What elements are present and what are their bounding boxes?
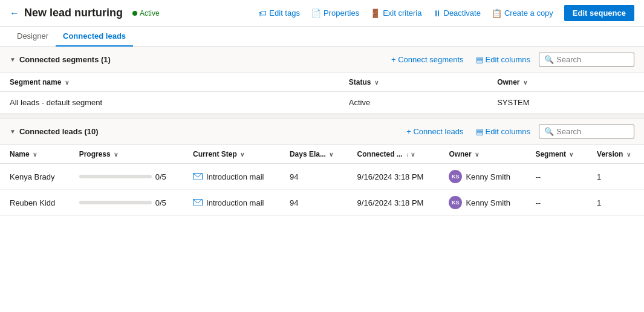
progress-bar-bg (79, 201, 152, 204)
sort-icon: ∨ (626, 151, 631, 158)
col-lead-owner: Owner ∨ (439, 145, 525, 164)
lead-connected-cell: 9/16/2024 3:18 PM (348, 164, 440, 190)
lead-name-cell: Kenya Brady (0, 164, 70, 190)
segments-search-box[interactable]: 🔍 (539, 53, 634, 67)
lead-owner-cell: KS Kenny Smith (439, 164, 525, 190)
progress-label: 0/5 (155, 198, 166, 207)
col-owner: Owner ∨ (487, 73, 644, 92)
lead-step-cell: Introduction mail (183, 164, 280, 190)
progress-container: 0/5 (79, 198, 174, 207)
leads-search-input[interactable] (556, 127, 629, 136)
connect-leads-label: + Connect leads (406, 127, 463, 136)
connect-leads-button[interactable]: + Connect leads (403, 125, 467, 138)
search-icon: 🔍 (544, 127, 554, 136)
edit-sequence-button[interactable]: Edit sequence (564, 5, 634, 21)
leads-table-header-row: Name ∨ Progress ∨ Current Step ∨ Days El… (0, 145, 644, 164)
owner-cell: KS Kenny Smith (449, 196, 516, 209)
tab-designer[interactable]: Designer (10, 27, 56, 47)
deactivate-icon: ⏸ (433, 8, 441, 18)
leads-section-header: ▼ Connected leads (10) + Connect leads ▤… (0, 119, 644, 145)
mail-icon (193, 173, 203, 180)
step-cell: Introduction mail (193, 198, 270, 207)
main-content: ▼ Connected segments (1) + Connect segme… (0, 47, 644, 310)
col-status: Status ∨ (339, 73, 487, 92)
edit-columns-leads-label: Edit columns (486, 127, 530, 136)
properties-icon: 📄 (311, 8, 321, 18)
col-segment: Segment ∨ (525, 145, 587, 164)
leads-section: ▼ Connected leads (10) + Connect leads ▤… (0, 119, 644, 216)
sort-icon: ∨ (523, 79, 527, 86)
leads-table: Name ∨ Progress ∨ Current Step ∨ Days El… (0, 145, 644, 216)
leads-search-box[interactable]: 🔍 (539, 125, 634, 138)
lead-segment-cell: -- (525, 190, 587, 216)
segments-search-input[interactable] (556, 55, 629, 64)
col-current-step: Current Step ∨ (183, 145, 280, 164)
chevron-down-icon: ▼ (10, 128, 16, 135)
avatar: KS (449, 170, 462, 183)
connect-segments-label: + Connect segments (391, 55, 464, 64)
tab-connected-leads[interactable]: Connected leads (56, 27, 133, 47)
table-row: All leads - default segment Active SYSTE… (0, 92, 644, 114)
segment-owner-cell: SYSTEM (487, 92, 644, 114)
segments-section: ▼ Connected segments (1) + Connect segme… (0, 47, 644, 114)
deactivate-button[interactable]: ⏸ Deactivate (428, 6, 486, 21)
edit-columns-icon: ▤ (476, 55, 483, 64)
step-cell: Introduction mail (193, 172, 270, 181)
status-label: Active (140, 9, 160, 18)
col-days-elapsed: Days Ela... ∨ (280, 145, 348, 164)
segments-actions: + Connect segments ▤ Edit columns 🔍 (388, 53, 634, 67)
sort-icon: ↓ ∨ (406, 151, 415, 158)
exit-criteria-button[interactable]: 🚪 Exit criteria (365, 6, 426, 21)
back-button[interactable]: ← (10, 8, 19, 19)
leads-section-title: ▼ Connected leads (10) (10, 127, 99, 136)
properties-label: Properties (324, 8, 359, 18)
deactivate-label: Deactivate (444, 8, 481, 18)
sort-icon: ∨ (569, 151, 573, 158)
mail-icon (193, 199, 203, 206)
sort-icon: ∨ (33, 151, 37, 158)
edit-columns-leads-button[interactable]: ▤ Edit columns (472, 125, 534, 138)
col-segment-name: Segment name ∨ (0, 73, 339, 92)
segment-name-cell: All leads - default segment (0, 92, 339, 114)
edit-tags-label: Edit tags (269, 8, 300, 18)
tabs: Designer Connected leads (0, 27, 644, 47)
sort-icon: ∨ (65, 79, 69, 86)
segments-table: Segment name ∨ Status ∨ Owner ∨ All lead… (0, 73, 644, 114)
create-copy-label: Create a copy (504, 8, 553, 18)
top-bar: ← New lead nurturing Active 🏷 Edit tags … (0, 0, 644, 27)
owner-name: Kenny Smith (466, 172, 510, 181)
edit-tags-button[interactable]: 🏷 Edit tags (253, 6, 305, 21)
leads-title-text: Connected leads (10) (19, 127, 99, 136)
step-name: Introduction mail (206, 172, 264, 181)
lead-version-cell: 1 (587, 164, 644, 190)
sort-icon: ∨ (240, 151, 244, 158)
avatar: KS (449, 196, 462, 209)
edit-columns-segments-label: Edit columns (486, 55, 530, 64)
owner-cell: KS Kenny Smith (449, 170, 516, 183)
edit-columns-leads-icon: ▤ (476, 127, 483, 136)
status-badge: Active (132, 9, 160, 18)
edit-sequence-label: Edit sequence (573, 8, 626, 18)
segments-table-header-row: Segment name ∨ Status ∨ Owner ∨ (0, 73, 644, 92)
lead-days-cell: 94 (280, 190, 348, 216)
progress-label: 0/5 (155, 172, 166, 181)
properties-button[interactable]: 📄 Properties (306, 6, 364, 21)
progress-bar-bg (79, 175, 152, 178)
segment-status-cell: Active (339, 92, 487, 114)
lead-progress-cell: 0/5 (70, 190, 183, 216)
top-actions: 🏷 Edit tags 📄 Properties 🚪 Exit criteria… (253, 5, 634, 21)
sort-icon: ∨ (374, 79, 379, 86)
create-copy-button[interactable]: 📋 Create a copy (487, 6, 558, 21)
owner-name: Kenny Smith (466, 198, 510, 207)
lead-connected-cell: 9/16/2024 3:18 PM (348, 190, 440, 216)
connect-segments-button[interactable]: + Connect segments (388, 53, 467, 67)
lead-step-cell: Introduction mail (183, 190, 280, 216)
segments-section-header: ▼ Connected segments (1) + Connect segme… (0, 47, 644, 73)
edit-columns-segments-button[interactable]: ▤ Edit columns (472, 53, 534, 67)
segments-section-title: ▼ Connected segments (1) (10, 55, 111, 64)
exit-criteria-icon: 🚪 (370, 8, 380, 18)
section-divider (0, 114, 644, 119)
lead-version-cell: 1 (587, 190, 644, 216)
col-progress: Progress ∨ (70, 145, 183, 164)
col-version: Version ∨ (587, 145, 644, 164)
